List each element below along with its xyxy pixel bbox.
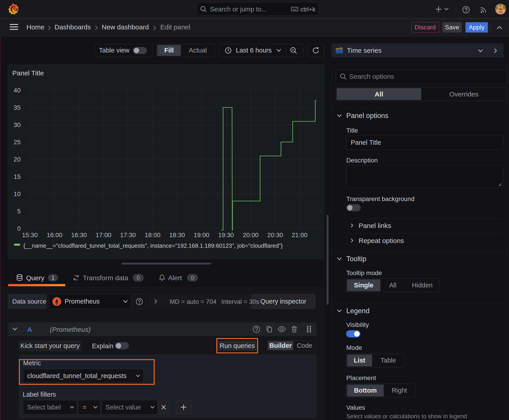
svg-text:30: 30: [14, 121, 21, 128]
svg-text:17:00: 17:00: [96, 232, 111, 239]
svg-text:16:30: 16:30: [71, 232, 87, 239]
svg-text:{__name__="cloudflared_tunnel_: {__name__="cloudflared_tunnel_total_requ…: [23, 242, 283, 249]
svg-text:35: 35: [14, 104, 21, 111]
svg-text:20:00: 20:00: [243, 232, 258, 239]
svg-text:21:00: 21:00: [292, 232, 307, 239]
svg-text:0: 0: [17, 225, 21, 232]
svg-text:17:30: 17:30: [120, 232, 136, 239]
svg-text:16:00: 16:00: [47, 232, 62, 239]
svg-text:18:30: 18:30: [169, 232, 185, 239]
svg-text:10: 10: [14, 190, 21, 197]
svg-text:19:00: 19:00: [194, 232, 209, 239]
svg-text:25: 25: [14, 139, 21, 146]
svg-text:15: 15: [14, 173, 21, 180]
svg-text:20:30: 20:30: [267, 232, 283, 239]
svg-text:18:00: 18:00: [145, 232, 160, 239]
svg-text:5: 5: [17, 208, 21, 215]
svg-text:40: 40: [14, 87, 21, 94]
svg-text:20: 20: [14, 156, 21, 163]
svg-text:15:30: 15:30: [22, 232, 38, 239]
svg-text:19:30: 19:30: [218, 232, 234, 239]
